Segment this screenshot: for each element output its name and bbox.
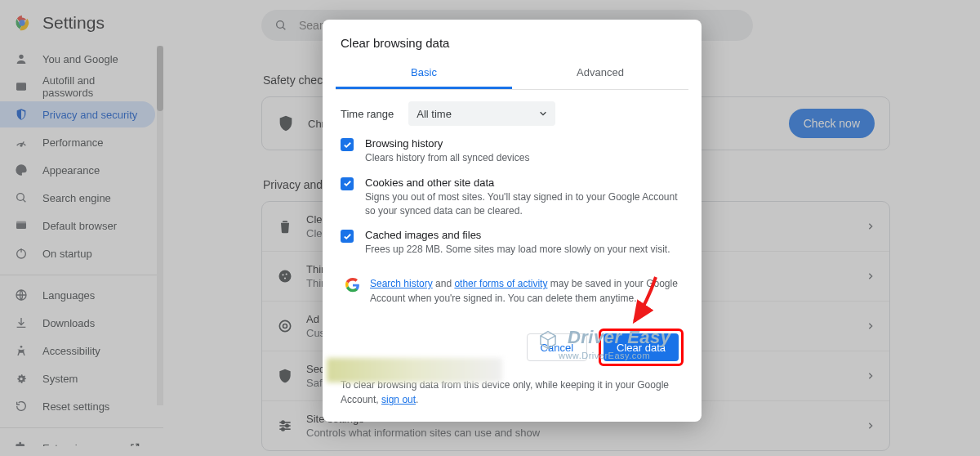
tab-basic[interactable]: Basic [336,58,512,89]
dialog-title: Clear browsing data [341,36,684,50]
checkbox-1[interactable] [341,177,354,190]
dialog-tabs: Basic Advanced [336,58,688,90]
cancel-button[interactable]: Cancel [527,333,587,361]
checkbox-2[interactable] [341,230,354,243]
redacted-region [327,358,502,382]
text: . [416,394,418,405]
sign-out-link[interactable]: sign out [381,394,416,405]
clear-data-button[interactable]: Clear data [604,333,679,361]
google-g-icon [345,278,360,306]
search-history-link[interactable]: Search history [370,278,433,289]
chevron-down-icon [539,110,547,118]
other-activity-link[interactable]: other forms of activity [454,278,547,289]
google-account-note: Search history and other forms of activi… [341,268,684,312]
tab-advanced[interactable]: Advanced [512,58,688,89]
checkbox-text: Cookies and other site dataSigns you out… [365,177,684,218]
checkbox-text: Browsing historyClears history from all … [365,137,529,165]
time-range-select[interactable]: All time [408,101,555,126]
annotation-highlight: Clear data [599,329,684,366]
time-range-label: Time range [341,108,394,120]
time-range-value: All time [416,108,452,120]
checkbox-text: Cached images and filesFrees up 228 MB. … [365,229,670,257]
checkbox-0[interactable] [341,138,354,151]
text: and [433,278,455,289]
